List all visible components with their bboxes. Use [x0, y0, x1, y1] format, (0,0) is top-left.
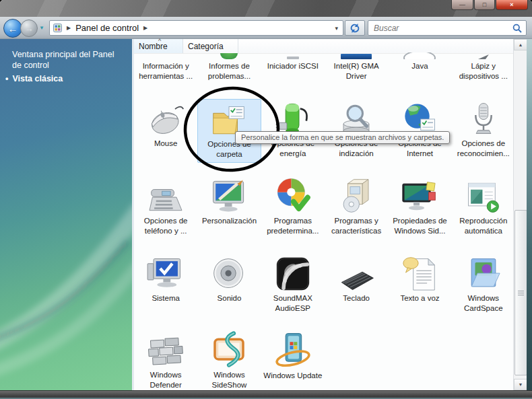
search-icon[interactable]	[512, 24, 522, 33]
item-windows-sideshow[interactable]: Windows SideShow	[197, 330, 261, 390]
windows-update-icon	[273, 330, 312, 369]
window-right-border	[527, 39, 532, 390]
item-sound[interactable]: Sonido	[197, 252, 261, 330]
text-to-speech-icon	[402, 252, 437, 291]
items-view: Nombre ^ Categoría Información y herrami…	[132, 39, 515, 390]
item-java[interactable]: Java	[388, 52, 451, 98]
item-performance-info[interactable]: Información y herramientas ...	[134, 52, 197, 98]
vertical-scrollbar[interactable]: ▲ ▼	[513, 39, 527, 390]
address-dropdown-icon[interactable]: ▾	[335, 25, 339, 32]
window-bottom-border	[0, 390, 532, 399]
recent-pages-caret-icon[interactable]: ▼	[39, 25, 44, 31]
item-phone-modem[interactable]: Opciones de teléfono y ...	[134, 175, 197, 252]
item-problem-reports[interactable]: Informes de problemas...	[197, 52, 261, 98]
bullet-icon: •	[5, 74, 8, 83]
speaker-icon	[211, 252, 246, 291]
forward-button[interactable]: →	[20, 20, 38, 37]
search-box[interactable]	[368, 20, 527, 36]
close-button[interactable]: ×	[496, 0, 528, 10]
mouse-icon	[147, 98, 185, 137]
item-iscsi-initiator[interactable]: Iniciador iSCSI	[261, 52, 325, 98]
item-keyboard[interactable]: Teclado	[325, 252, 388, 330]
system-icon	[146, 252, 185, 291]
keyboard-icon	[337, 252, 376, 291]
search-input[interactable]	[372, 23, 512, 34]
scroll-down-button[interactable]: ▼	[514, 379, 527, 390]
problem-reports-icon	[220, 52, 238, 59]
item-autoplay[interactable]: Reproducción automática	[452, 175, 515, 252]
personalization-icon	[209, 175, 248, 214]
item-windows-cardspace[interactable]: Windows CardSpace	[452, 252, 515, 330]
sidebar-item-classic-view[interactable]: • Vista clásica	[5, 74, 63, 83]
column-headers: Nombre ^ Categoría	[134, 39, 515, 54]
microphone-icon	[470, 98, 497, 137]
item-personalization[interactable]: Personalización	[197, 175, 261, 252]
control-panel-window: — □ × ← → ▼ ▶ Panel de control ▶ ▾	[0, 0, 532, 399]
column-header-category[interactable]: Categoría	[183, 39, 238, 53]
navigation-bar: ← → ▼ ▶ Panel de control ▶ ▾	[0, 17, 532, 39]
cardspace-icon	[467, 252, 500, 291]
item-intel-gma-driver[interactable]: Intel(R) GMA Driver	[325, 52, 388, 98]
item-windows-defender[interactable]: Windows Defender	[134, 330, 197, 390]
minimize-button[interactable]: —	[451, 0, 473, 10]
breadcrumb-arrow-icon[interactable]: ▶	[143, 25, 147, 31]
item-windows-sidebar-properties[interactable]: Propiedades de Windows Sid...	[388, 175, 451, 252]
maximize-button[interactable]: □	[474, 0, 495, 10]
item-system[interactable]: Sistema	[134, 252, 197, 330]
autoplay-icon	[465, 175, 502, 214]
breadcrumb[interactable]: Panel de control	[75, 23, 139, 33]
item-speech-recognition[interactable]: Opciones de reconocimien...	[452, 98, 515, 175]
java-icon	[403, 52, 436, 59]
item-text-to-speech[interactable]: Texto a voz	[388, 252, 451, 330]
intel-gma-driver-icon	[341, 52, 372, 59]
breadcrumb-arrow-icon: ▶	[67, 25, 71, 31]
sidebar-item-control-panel-home[interactable]: Ventana principal del Panel de control	[12, 49, 121, 71]
window-controls: — □ ×	[451, 0, 528, 10]
address-bar[interactable]: ▶ Panel de control ▶ ▾	[49, 20, 343, 36]
item-soundmax[interactable]: SoundMAX AudioESP	[261, 252, 325, 330]
item-windows-update[interactable]: Windows Update	[261, 330, 325, 390]
scroll-up-button[interactable]: ▲	[514, 39, 527, 50]
brick-wall-icon	[147, 330, 184, 368]
sidebar-item-label: Vista clásica	[12, 74, 63, 83]
sort-ascending-icon: ^	[158, 38, 161, 44]
item-programs-features[interactable]: Programas y características	[325, 175, 388, 252]
items-row: Sistema Sonido	[134, 252, 515, 330]
aurora-background	[0, 39, 132, 390]
phone-icon	[146, 175, 185, 214]
sidebar-monitor-icon	[400, 175, 439, 214]
items-row: Opciones de teléfono y ... Personalizaci…	[134, 175, 515, 252]
thumb-grip-icon	[518, 293, 524, 293]
iscsi-initiator-icon	[287, 52, 299, 59]
scrollbar-thumb[interactable]	[514, 210, 527, 375]
item-mouse[interactable]: Mouse	[134, 98, 197, 175]
back-button[interactable]: ←	[3, 19, 22, 38]
pen-input-devices-icon	[478, 52, 489, 59]
control-panel-icon	[53, 24, 62, 32]
task-pane: Ventana principal del Panel de control •…	[0, 39, 132, 390]
default-programs-icon	[274, 175, 312, 214]
sideshow-icon	[210, 330, 248, 368]
items-row: Windows Defender Windows SideShow	[134, 330, 515, 390]
soundmax-icon	[275, 252, 310, 291]
item-default-programs[interactable]: Programas predetermina...	[261, 175, 325, 252]
refresh-button[interactable]	[345, 20, 365, 36]
tooltip: Personalice la forma en que se muestran …	[235, 131, 450, 144]
refresh-icon	[350, 23, 360, 34]
item-pen-input-devices[interactable]: Lápiz y dispositivos ...	[452, 52, 515, 98]
items-row: Información y herramientas ... Informes …	[134, 52, 515, 98]
software-box-icon	[338, 175, 374, 214]
column-header-name[interactable]: Nombre ^	[134, 39, 183, 53]
